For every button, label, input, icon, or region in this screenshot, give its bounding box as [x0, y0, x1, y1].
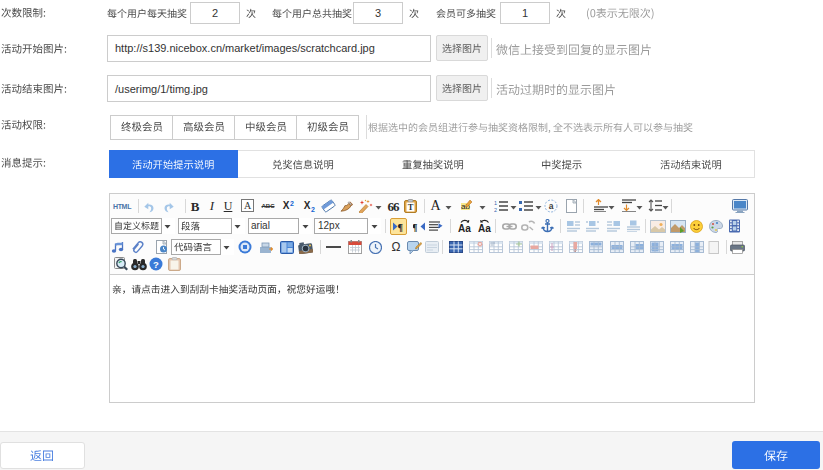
svg-text:a: a: [549, 201, 554, 211]
svg-text:1: 1: [494, 200, 497, 206]
svg-text:2: 2: [494, 207, 497, 212]
svg-text:¶: ¶: [397, 221, 402, 232]
svg-text:Aa: Aa: [478, 223, 491, 234]
svg-text:¶: ¶: [413, 221, 417, 232]
svg-text:?: ?: [153, 259, 159, 270]
svg-text:T: T: [407, 202, 413, 212]
svg-text:Aa: Aa: [458, 223, 471, 234]
svg-text:A: A: [243, 200, 251, 211]
